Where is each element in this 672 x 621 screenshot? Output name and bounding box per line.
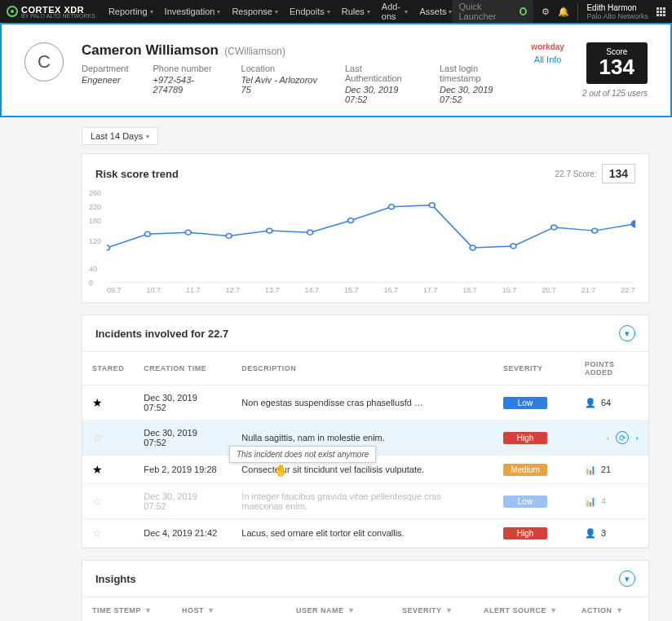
severity-badge: High [503,527,547,540]
field-value: Dec 30, 2019 07:52 [440,85,513,104]
chevron-down-icon: ▾ [327,8,330,15]
svg-point-5 [307,230,313,235]
nav-assets[interactable]: Assets▾ [419,2,452,21]
svg-point-8 [429,203,435,208]
column-header[interactable]: SEVERITY▾ [392,597,474,622]
quick-launcher[interactable]: Quick Launcher [452,0,533,23]
filter-icon[interactable]: ▾ [349,606,354,614]
collapse-button[interactable]: ▾ [619,325,635,341]
gear-icon[interactable]: ⚙ [542,7,550,17]
field-value: +972-543-274789 [153,75,216,95]
card-title: Incidents involved for 22.7 [95,328,228,340]
apps-grid-icon[interactable] [657,7,665,16]
table-row[interactable]: ★ Dec 30, 2019 07:52 Non egestas suspend… [82,385,648,421]
points-value: 64 [601,398,611,407]
user-menu[interactable]: Edith Harmon Palo Alto Networks [577,3,648,20]
svg-point-0 [107,245,109,250]
svg-point-1 [144,231,150,236]
star-icon[interactable]: ☆ [92,495,103,508]
star-icon[interactable]: ☆ [92,431,103,444]
filter-icon[interactable]: ▾ [551,606,556,614]
column-header[interactable]: SEVERITY [493,352,575,385]
description: In integer faucibus gravida vitae pellen… [232,484,493,519]
field-label: Last Authentication [345,64,415,83]
column-header[interactable]: TIME STEMP▾ [82,597,172,622]
field-value: Engeneer [82,75,128,85]
column-header[interactable]: USER NAME▾ [286,597,392,622]
svg-point-10 [511,244,516,249]
column-header[interactable]: DESCRIPTION [232,352,493,385]
quick-launcher-label: Quick Launcher [458,2,515,21]
svg-point-12 [592,228,598,233]
filter-icon[interactable]: ▾ [447,606,452,614]
score-box: Score 134 [586,42,648,84]
user-hero: C Cameron Williamson (CWilliamson) Depar… [0,23,672,117]
nav-response[interactable]: Response▾ [232,2,278,21]
nav-investigation[interactable]: Investigation▾ [165,2,221,21]
brand[interactable]: CORTEX XDR BY PALO ALTO NETWORKS [7,5,95,19]
field-label: Phone number [153,64,216,73]
column-header[interactable]: POINTS ADDED [575,352,648,385]
chevron-down-icon: ▾ [150,8,153,15]
all-info-link[interactable]: All Info [531,55,564,64]
creation-time: Dec 30, 2019 07:52 [134,385,232,421]
points-value: 3 [601,528,606,538]
field-value: Dec 30, 2019 07:52 [345,85,415,104]
table-row[interactable]: ☆ Dec 4, 2019 21:42 Lacus, sed ornare el… [82,519,648,548]
svg-point-7 [388,205,394,209]
points-icon: 👤 [585,528,596,539]
creation-time: Dec 30, 2019 07:52 [134,484,232,519]
collapse-button[interactable]: ▾ [619,570,635,587]
trend-score-value: 134 [602,164,635,183]
star-icon[interactable]: ★ [92,396,103,409]
bell-icon[interactable]: 🔔 [558,7,569,17]
creation-time: Dec 4, 2019 21:42 [134,519,232,548]
chevron-down-icon: ▾ [367,8,370,15]
insights-card: Insights ▾ TIME STEMP▾HOST▾USER NAME▾SEV… [82,560,649,621]
incidents-card: Incidents involved for 22.7 ▾ STAREDCREA… [82,315,649,548]
severity-badge: Low [503,495,547,508]
card-title: Insights [95,573,136,585]
brand-subtitle: BY PALO ALTO NETWORKS [21,13,95,19]
logo-icon [7,6,18,17]
svg-point-9 [470,245,475,250]
star-icon[interactable]: ☆ [92,526,103,540]
risk-trend-card: Risk score trend 22.7 Score: 134 0401201… [82,153,649,303]
quick-launcher-icon [519,7,527,15]
table-row[interactable]: ☆ Dec 30, 2019 07:52 In integer faucibus… [82,484,648,519]
nav-reporting[interactable]: Reporting▾ [108,2,153,21]
chevron-left-icon[interactable]: ‹ [607,433,610,443]
description: Lacus, sed ornare elit tortor elit conva… [232,519,493,548]
svg-point-6 [348,218,354,223]
insights-table: TIME STEMP▾HOST▾USER NAME▾SEVERITY▾ALERT… [82,597,648,621]
nav-rules[interactable]: Rules▾ [342,2,370,21]
column-header[interactable]: ACTION▾ [572,597,648,622]
filter-icon[interactable]: ▾ [209,606,214,614]
refresh-icon[interactable]: ⟳ [616,431,629,444]
column-header[interactable]: CREATION TIME [134,352,232,385]
filter-icon[interactable]: ▾ [617,606,622,614]
chevron-down-icon: ▾ [217,8,220,15]
column-header[interactable]: HOST▾ [172,597,286,622]
chevron-right-icon[interactable]: › [635,433,639,443]
nav-addons[interactable]: Add-ons▾ [382,2,409,21]
chevron-down-icon: ▾ [146,133,149,140]
incident-tooltip: This incident does not exist anymore [229,446,376,463]
creation-time: Feb 2, 2019 19:28 [134,456,232,484]
user-alias: (CWilliamson) [224,46,285,57]
column-header[interactable]: ALERT SOURCE▾ [474,597,572,622]
risk-trend-chart: 040120180220260 09.710.711.712.713.714.7… [82,193,648,302]
creation-time: Dec 30, 2019 07:52 [134,421,232,456]
svg-point-11 [551,225,557,230]
user-name: Cameron Williamson [82,42,219,58]
chevron-down-icon: ▾ [449,8,452,15]
points-value: 4 [601,496,606,506]
filter-icon[interactable]: ▾ [146,606,151,614]
date-range-filter[interactable]: Last 14 Days ▾ [82,127,158,145]
nav-endpoints[interactable]: Endpoits▾ [290,2,330,21]
svg-point-4 [267,228,272,233]
field-value: Tel Aviv - Arlozorov 75 [241,75,321,95]
score-rank: 2 out of 125 users [582,89,648,98]
star-icon[interactable]: ★ [92,463,103,476]
column-header[interactable]: STARED [82,352,134,385]
